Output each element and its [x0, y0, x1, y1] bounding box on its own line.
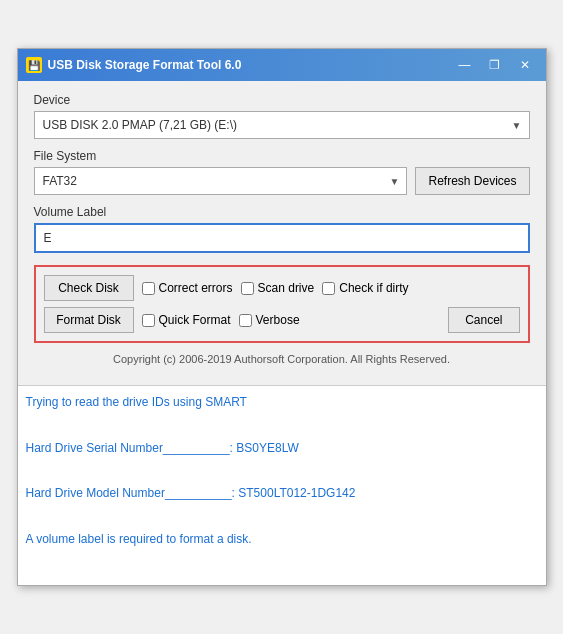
quick-format-checkbox[interactable]: [142, 314, 155, 327]
device-dropdown[interactable]: USB DISK 2.0 PMAP (7,21 GB) (E:\): [34, 111, 530, 139]
verbose-checkbox-label[interactable]: Verbose: [239, 313, 300, 327]
close-button[interactable]: ✕: [512, 55, 538, 75]
quick-format-checkbox-label[interactable]: Quick Format: [142, 313, 231, 327]
log-line-7: A volume label is required to format a d…: [26, 531, 538, 548]
scan-drive-label: Scan drive: [258, 281, 315, 295]
minimize-button[interactable]: —: [452, 55, 478, 75]
device-label: Device: [34, 93, 530, 107]
check-if-dirty-checkbox[interactable]: [322, 282, 335, 295]
log-line-6: [26, 508, 538, 525]
verbose-checkbox[interactable]: [239, 314, 252, 327]
correct-errors-checkbox[interactable]: [142, 282, 155, 295]
check-if-dirty-checkbox-label[interactable]: Check if dirty: [322, 281, 408, 295]
volume-label-label: Volume Label: [34, 205, 530, 219]
content-area: Device USB DISK 2.0 PMAP (7,21 GB) (E:\)…: [18, 81, 546, 385]
volume-label-input[interactable]: [34, 223, 530, 253]
quick-format-label: Quick Format: [159, 313, 231, 327]
restore-button[interactable]: ❐: [482, 55, 508, 75]
actions-row-2: Format Disk Quick Format Verbose Cancel: [44, 307, 520, 333]
actions-box: Check Disk Correct errors Scan drive Che…: [34, 265, 530, 343]
scan-drive-checkbox[interactable]: [241, 282, 254, 295]
log-line-3: Hard Drive Serial Number__________: BS0Y…: [26, 440, 538, 457]
check-disk-button[interactable]: Check Disk: [44, 275, 134, 301]
main-window: 💾 USB Disk Storage Format Tool 6.0 — ❐ ✕…: [17, 48, 547, 586]
correct-errors-label: Correct errors: [159, 281, 233, 295]
format-disk-button[interactable]: Format Disk: [44, 307, 134, 333]
filesystem-label: File System: [34, 149, 530, 163]
cancel-button[interactable]: Cancel: [448, 307, 519, 333]
filesystem-dropdown[interactable]: FAT32: [34, 167, 408, 195]
verbose-label: Verbose: [256, 313, 300, 327]
window-controls: — ❐ ✕: [452, 55, 538, 75]
actions-row-1: Check Disk Correct errors Scan drive Che…: [44, 275, 520, 301]
correct-errors-checkbox-label[interactable]: Correct errors: [142, 281, 233, 295]
copyright-text: Copyright (c) 2006-2019 Authorsoft Corpo…: [34, 353, 530, 373]
device-dropdown-container: USB DISK 2.0 PMAP (7,21 GB) (E:\) ▼: [34, 111, 530, 139]
refresh-devices-button[interactable]: Refresh Devices: [415, 167, 529, 195]
log-line-2: [26, 417, 538, 434]
title-bar: 💾 USB Disk Storage Format Tool 6.0 — ❐ ✕: [18, 49, 546, 81]
log-area[interactable]: Trying to read the drive IDs using SMART…: [18, 385, 546, 585]
filesystem-row: FAT32 ▼ Refresh Devices: [34, 167, 530, 195]
scan-drive-checkbox-label[interactable]: Scan drive: [241, 281, 315, 295]
log-line-4: [26, 462, 538, 479]
log-line-1: Trying to read the drive IDs using SMART: [26, 394, 538, 411]
window-title: USB Disk Storage Format Tool 6.0: [48, 58, 452, 72]
filesystem-dropdown-container: FAT32 ▼: [34, 167, 408, 195]
check-if-dirty-label: Check if dirty: [339, 281, 408, 295]
app-icon: 💾: [26, 57, 42, 73]
log-line-5: Hard Drive Model Number__________: ST500…: [26, 485, 538, 502]
